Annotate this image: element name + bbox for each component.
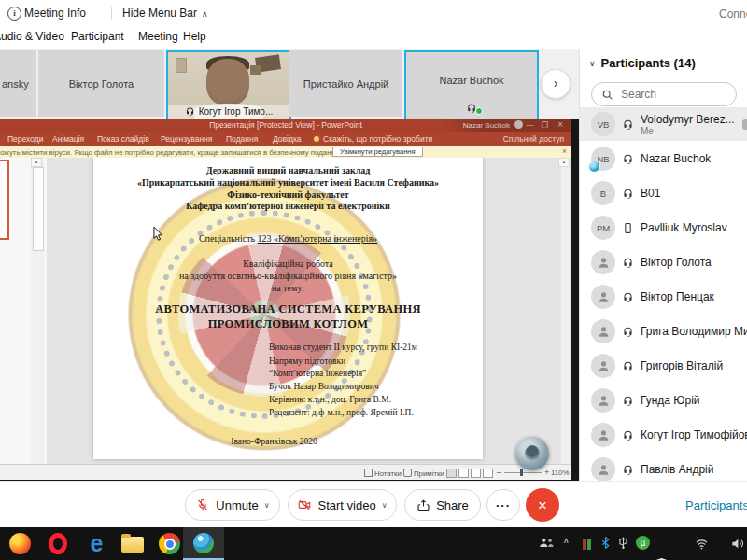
webex-icon: [193, 533, 214, 553]
slide-title: АВТОМАТИЗОВАНА СИСТЕМА КЕРУВАННЯ: [93, 302, 483, 316]
share-button[interactable]: Share: [404, 489, 481, 521]
ribbon-tab-view[interactable]: Подання: [226, 134, 258, 144]
webex-meeting-window: i Meeting Info Hide Menu Bar∧ Connected …: [0, 0, 747, 560]
video-tile[interactable]: Віктор Голота: [38, 50, 164, 117]
slide-scrollbar[interactable]: [561, 158, 570, 464]
menu-participant[interactable]: Participant: [71, 30, 124, 43]
headset-icon: [622, 257, 634, 269]
chrome-icon[interactable]: [159, 533, 180, 554]
opera-icon[interactable]: [49, 533, 67, 554]
enable-editing-button[interactable]: Увімкнути редагування: [332, 147, 423, 157]
menu-audio-video[interactable]: Audio & Video: [0, 30, 64, 43]
slide-text: Рецензент: д.ф-м.н., проф. Яремій І.П.: [269, 408, 414, 417]
ribbon-tab-slideshow[interactable]: Показ слайдів: [97, 134, 149, 144]
participant-row[interactable]: Когут Ігор Тимофійови: [580, 418, 747, 452]
firefox-icon[interactable]: [9, 533, 31, 554]
start-video-button[interactable]: Start video∨: [288, 489, 397, 521]
webex-taskbar-button[interactable]: [183, 527, 224, 560]
participant-row[interactable]: Віктор Голота: [580, 245, 747, 279]
comments-button[interactable]: Примітки: [403, 469, 444, 478]
chevron-down-icon[interactable]: ∨: [382, 501, 388, 510]
search-input[interactable]: [619, 87, 726, 102]
selected-slide-thumbnail[interactable]: [0, 160, 9, 240]
zoom-out-button[interactable]: –: [497, 468, 501, 477]
participant-row[interactable]: VB Volodymyr Berez... Me: [580, 107, 747, 141]
leave-meeting-button[interactable]: ×: [526, 488, 559, 522]
video-tile-partial[interactable]: ansky: [0, 50, 36, 117]
minimize-button[interactable]: —: [527, 120, 535, 130]
zoom-slider-thumb[interactable]: [520, 469, 523, 476]
scroll-up-arrow[interactable]: ▲: [558, 158, 570, 167]
filmstrip-next-button[interactable]: ›: [541, 69, 571, 99]
reading-view-button[interactable]: [471, 469, 481, 478]
avatar: [591, 388, 615, 413]
powerpoint-window: Презентація [Protected View] - PowerPoin…: [0, 119, 571, 479]
video-tile-active-speaker[interactable]: Когут Ігор Тимо...: [166, 50, 291, 120]
ribbon-tab-animation[interactable]: Анімація: [52, 134, 84, 144]
menu-help[interactable]: Help: [183, 30, 206, 43]
tile-label: Пристайко Андрій: [289, 78, 402, 90]
participant-row[interactable]: Грига Володимир Мих: [580, 315, 747, 348]
maximize-button[interactable]: ❐: [541, 120, 548, 130]
share-document-button[interactable]: Спільний доступ: [503, 134, 564, 144]
slide-text: Керівник: к.т.н., доц. Грига В.М.: [269, 395, 391, 404]
scrollbar-thumb[interactable]: [33, 167, 44, 251]
self-view-bubble[interactable]: [515, 437, 549, 470]
ribbon-tab-help[interactable]: Довідка: [273, 134, 302, 144]
close-button[interactable]: ×: [557, 120, 563, 130]
avatar: [591, 285, 615, 309]
participant-row[interactable]: Григорів Віталій: [580, 349, 747, 383]
headset-icon: [622, 429, 634, 441]
headset-icon: [622, 326, 634, 338]
video-tile-selected[interactable]: Nazar Buchok: [404, 50, 539, 120]
participants-header[interactable]: ∨ Participants (14): [589, 56, 696, 70]
avatar: [591, 423, 615, 447]
avatar: B: [591, 181, 615, 205]
participant-name: Когут Ігор Тимофійови: [641, 428, 747, 441]
utorrent-icon[interactable]: µ: [636, 536, 650, 550]
search-box[interactable]: [591, 82, 737, 106]
participant-row[interactable]: Віктор Пенцак: [580, 280, 747, 314]
participant-row[interactable]: B B01: [580, 176, 747, 210]
headset-icon: [185, 106, 195, 117]
tray-expand-icon[interactable]: ∧: [563, 536, 570, 545]
speaker-icon[interactable]: [730, 537, 744, 551]
zoom-in-button[interactable]: +: [544, 468, 549, 477]
participant-row[interactable]: Гунда Юрій: [580, 384, 747, 417]
participant-row[interactable]: NB Nazar Buchok: [580, 142, 747, 175]
unmute-button[interactable]: Unmute∨: [185, 489, 280, 521]
ribbon-tab-review[interactable]: Рецензування: [161, 134, 212, 144]
headset-icon: [622, 395, 634, 407]
hide-menu-bar-button[interactable]: Hide Menu Bar∧: [122, 7, 208, 20]
meeting-control-bar: Unmute∨ Start video∨ Share ··· × Partici…: [0, 481, 747, 528]
meeting-info-button[interactable]: Meeting Info: [24, 7, 86, 20]
scroll-up-arrow[interactable]: ▲: [31, 158, 42, 167]
tile-label: Nazar Buchok: [406, 75, 537, 86]
notes-button[interactable]: Нотатки: [364, 469, 402, 478]
chevron-down-icon[interactable]: ∨: [264, 501, 270, 510]
file-explorer-icon[interactable]: [121, 537, 144, 553]
more-options-button[interactable]: ···: [486, 489, 520, 521]
slide-sorter-view-button[interactable]: [458, 469, 469, 478]
participants-toggle-button[interactable]: Participants: [680, 489, 747, 521]
usb-icon[interactable]: [617, 536, 629, 550]
tell-me-box[interactable]: Скажіть, що потрібно зробити: [323, 134, 432, 144]
slideshow-button[interactable]: [483, 469, 493, 478]
menu-meeting[interactable]: Meeting: [138, 30, 178, 43]
share-icon: [416, 498, 430, 512]
zoom-level[interactable]: 110%: [551, 469, 569, 477]
wifi-icon[interactable]: [695, 537, 709, 551]
ribbon-tab-transitions[interactable]: Переходи: [7, 134, 44, 144]
participant-row[interactable]: PM Pavlliuk Myroslav: [580, 211, 747, 245]
avatar: [591, 457, 615, 482]
zoom-slider[interactable]: [504, 472, 542, 473]
bluetooth-icon[interactable]: [600, 536, 611, 550]
participant-name: Віктор Пенцак: [641, 290, 714, 303]
stats-tray-icon[interactable]: [583, 537, 592, 553]
close-icon[interactable]: ×: [562, 147, 567, 156]
edge-icon[interactable]: e: [86, 533, 107, 554]
video-tile[interactable]: Пристайко Андрій: [289, 50, 402, 117]
account-avatar: [514, 120, 523, 129]
normal-view-button[interactable]: [446, 469, 457, 478]
people-tray-icon[interactable]: [538, 537, 555, 549]
